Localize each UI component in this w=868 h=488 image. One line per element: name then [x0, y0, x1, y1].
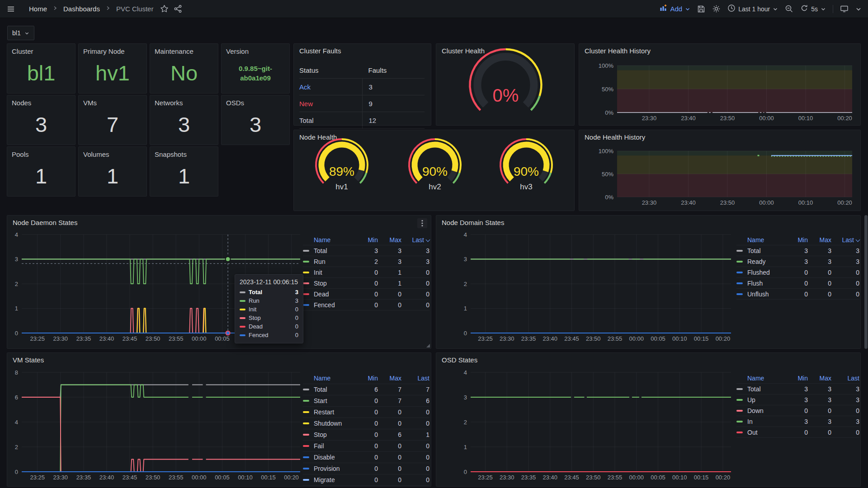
toolbar-chevron-down-icon[interactable] — [855, 6, 862, 12]
svg-text:00:20: 00:20 — [837, 199, 852, 206]
stat-panel-version: Version0.9.85~git- ab0a1e09 — [221, 43, 290, 94]
svg-text:50%: 50% — [602, 86, 613, 93]
legend-row-run[interactable]: Run233 — [303, 256, 429, 267]
svg-text:00:10: 00:10 — [672, 335, 687, 342]
svg-text:2: 2 — [15, 444, 18, 450]
panel-menu-kebab-icon[interactable] — [417, 218, 427, 228]
series-color-chip — [736, 410, 743, 412]
node-health-history-chart[interactable]: 23:3023:4023:5000:0000:1000:200%50%100% — [583, 144, 858, 209]
stat-value: 1 — [150, 159, 218, 193]
kiosk-monitor-icon[interactable] — [840, 5, 849, 13]
legend-row-flushed[interactable]: Flushed000 — [736, 267, 859, 278]
legend-header[interactable]: NameMinMaxLast — [736, 235, 859, 245]
panel-title[interactable]: Node Health History — [585, 133, 645, 141]
zoom-out-icon[interactable] — [785, 5, 793, 13]
vm-states-legend[interactable]: NameMinMaxLastTotal677Start076Restart000… — [303, 373, 429, 486]
time-range-picker[interactable]: Last 1 hour — [727, 4, 778, 14]
legend-row-down[interactable]: Down000 — [736, 405, 859, 416]
legend-row-fenced[interactable]: Fenced000 — [303, 300, 429, 310]
legend-row-migrate[interactable]: Migrate000 — [303, 474, 429, 486]
svg-text:3: 3 — [464, 256, 467, 263]
legend-row-total[interactable]: Total333 — [736, 384, 859, 394]
legend-row-unflush[interactable]: Unflush000 — [736, 289, 859, 300]
panel-title[interactable]: Cluster Health History — [585, 47, 651, 55]
panel-title[interactable]: OSD States — [442, 356, 477, 364]
legend-header[interactable]: NameMinMaxLast — [303, 235, 429, 245]
legend-row-up[interactable]: Up333 — [736, 394, 859, 405]
node-daemon-states-legend[interactable]: NameMinMaxLastTotal333Run233Init010Stop0… — [303, 235, 429, 310]
svg-text:90%: 90% — [514, 164, 539, 178]
legend-row-start[interactable]: Start076 — [303, 395, 429, 407]
breadcrumb-home[interactable]: Home — [29, 5, 47, 13]
cluster-variable-dropdown[interactable]: bl1 — [7, 26, 34, 40]
legend-row-stop[interactable]: Stop010 — [303, 278, 429, 289]
menu-icon[interactable] — [6, 5, 15, 14]
svg-text:23:40: 23:40 — [681, 199, 696, 206]
series-color-chip — [303, 479, 309, 481]
legend-row-init[interactable]: Init010 — [303, 267, 429, 278]
vm-states-chart[interactable]: 23:2523:3023:3523:4023:4523:5023:5500:00… — [10, 370, 303, 485]
save-dashboard-icon[interactable] — [697, 5, 705, 13]
legend-row-dead[interactable]: Dead000 — [303, 289, 429, 300]
breadcrumb-current[interactable]: PVC Cluster — [116, 5, 154, 13]
osd-states-legend[interactable]: NameMinMaxLastTotal333Up333Down000In333O… — [736, 373, 859, 438]
osd-states-chart[interactable]: 23:2523:3023:3523:4023:4523:5023:5500:00… — [454, 370, 734, 485]
svg-text:23:40: 23:40 — [681, 115, 696, 122]
series-color-chip — [303, 272, 309, 273]
top-navbar: Home Dashboards PVC Cluster Add — [0, 0, 868, 18]
legend-header[interactable]: NameMinMaxLast — [303, 373, 429, 384]
legend-row-restart[interactable]: Restart000 — [303, 407, 429, 418]
legend-row-fail[interactable]: Fail000 — [303, 441, 429, 452]
series-color-chip — [736, 399, 743, 401]
svg-text:hv2: hv2 — [429, 183, 441, 191]
panel-title[interactable]: Node Domain States — [442, 219, 504, 226]
legend-row-out[interactable]: Out000 — [736, 427, 859, 438]
svg-text:23:50: 23:50 — [146, 474, 160, 481]
svg-text:00:00: 00:00 — [629, 335, 644, 342]
stat-value: 1 — [7, 159, 75, 193]
panel-node-domain-states: Node Domain States 23:2523:3023:3523:402… — [436, 215, 861, 349]
svg-text:23:55: 23:55 — [608, 335, 623, 342]
legend-row-disable[interactable]: Disable000 — [303, 452, 429, 463]
panel-title[interactable]: Node Daemon States — [13, 219, 77, 226]
stat-title: Volumes — [83, 150, 109, 158]
stat-title: Networks — [155, 99, 183, 107]
svg-text:hv3: hv3 — [520, 183, 532, 191]
add-button[interactable]: Add — [660, 4, 690, 14]
panel-title[interactable]: VM States — [13, 356, 44, 364]
legend-row-total[interactable]: Total677 — [303, 384, 429, 395]
legend-row-total[interactable]: Total333 — [303, 245, 429, 256]
chevron-right-icon — [52, 5, 58, 13]
gear-icon[interactable] — [712, 5, 721, 13]
stat-panel-osds: OSDs3 — [221, 95, 290, 145]
tooltip-row-total: Total3 — [240, 288, 298, 296]
svg-text:23:45: 23:45 — [564, 335, 579, 342]
legend-header[interactable]: NameMinMaxLast — [736, 373, 859, 384]
share-icon[interactable] — [174, 5, 182, 13]
cluster-health-history-chart[interactable]: 23:3023:4023:5000:0000:1000:200%50%100% — [583, 57, 858, 123]
legend-row-total[interactable]: Total333 — [736, 245, 859, 256]
breadcrumb-dashboards[interactable]: Dashboards — [63, 5, 100, 13]
svg-text:23:55: 23:55 — [169, 335, 184, 342]
node-domain-states-legend[interactable]: NameMinMaxLastTotal333Ready333Flushed000… — [736, 235, 859, 300]
cluster-faults-table: StatusFaultsAck3New9Total12 — [299, 62, 425, 129]
panel-resize-handle[interactable] — [426, 344, 430, 347]
series-color-chip — [303, 468, 309, 469]
stat-value: 7 — [79, 107, 146, 142]
stat-title: Pools — [12, 150, 29, 158]
legend-row-ready[interactable]: Ready333 — [736, 256, 859, 267]
legend-row-stop[interactable]: Stop061 — [303, 429, 429, 441]
node-domain-states-chart[interactable]: 23:2523:3023:3523:4023:4523:5023:5500:00… — [454, 232, 734, 347]
panel-osd-states: OSD States 23:2523:3023:3523:4023:4523:5… — [436, 352, 861, 487]
legend-row-provision[interactable]: Provision000 — [303, 463, 429, 474]
refresh-button[interactable]: 5s — [800, 4, 826, 14]
series-color-chip — [736, 282, 743, 284]
panel-title[interactable]: Cluster Faults — [299, 47, 341, 55]
page-scrollbar-thumb[interactable] — [864, 215, 868, 349]
legend-row-shutdown[interactable]: Shutdown000 — [303, 418, 429, 429]
svg-text:23:35: 23:35 — [76, 335, 91, 342]
legend-row-in[interactable]: In333 — [736, 416, 859, 427]
star-icon[interactable] — [160, 5, 169, 13]
svg-text:23:35: 23:35 — [521, 474, 536, 481]
legend-row-flush[interactable]: Flush000 — [736, 278, 859, 289]
